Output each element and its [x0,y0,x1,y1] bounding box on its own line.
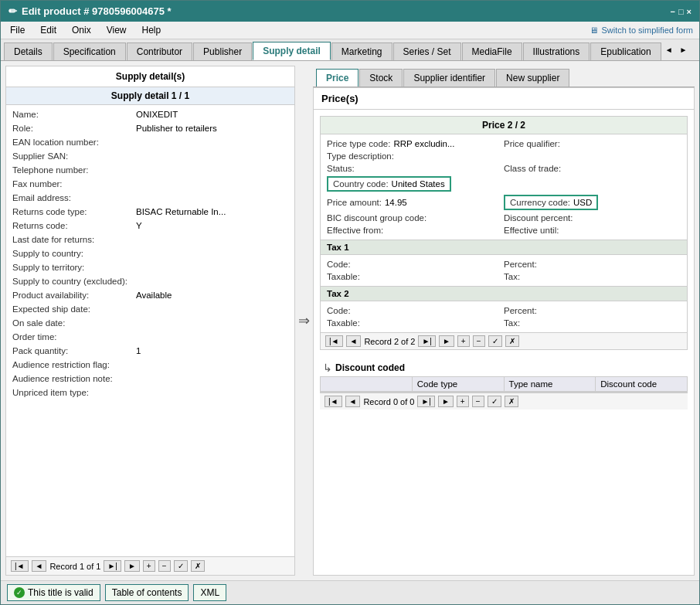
tax2-field-percent: Percent: [504,306,681,315]
field-label-audience-restriction-flag: Audience restriction flag: [12,360,136,369]
tax2-fields: Code: Percent: Taxable: [321,301,687,332]
price-row-effective: Effective from: Effective until: [327,224,681,236]
field-label-unpriced-item-type: Unpriced item type: [12,388,136,397]
label-tax1-taxable: Taxable: [327,272,360,281]
switch-simplified-button[interactable]: 🖥 Switch to simplified form [590,25,693,35]
title-bar: ✏ Edit product # 9780596004675 * − □ × [1,1,699,22]
minimize-button[interactable]: − [670,7,675,16]
nav-add-button[interactable]: + [143,560,155,572]
valid-title-button[interactable]: ✓ This title is valid [7,584,100,601]
discount-title: Discount coded [335,362,405,373]
tab-epublication[interactable]: Epublication [590,42,661,60]
menu-view[interactable]: View [104,23,130,37]
menu-file[interactable]: File [7,23,28,37]
field-label-returns-code-type: Returns code type: [12,207,136,216]
tab-marketing[interactable]: Marketing [331,42,392,60]
tab-supplier-identifier[interactable]: Supplier identifier [403,69,495,87]
field-label-returns-code: Returns code: [12,221,136,230]
tab-nav-prev[interactable]: ◄ [662,44,676,56]
nav-cancel-button[interactable]: ✗ [191,560,205,572]
tab-stock[interactable]: Stock [359,69,403,87]
price-field-qualifier: Price qualifier: [504,139,681,148]
price-nav-next[interactable]: ► [439,335,454,347]
price-nav-remove[interactable]: − [473,335,485,347]
price-nav-confirm[interactable]: ✓ [488,335,502,347]
label-price-amount: Price amount: [327,198,382,207]
price-nav-add[interactable]: + [457,335,470,347]
nav-prev-button[interactable]: ◄ [32,560,47,572]
price-card-header: Price 2 / 2 [321,117,687,134]
toc-label: Table of contents [112,587,182,598]
field-label-fax: Fax number: [12,179,136,189]
nav-first-button[interactable]: |◄ [11,560,29,572]
valid-icon: ✓ [14,587,25,598]
price-field-currency-code: Currency code: USD [504,195,681,210]
discount-col-code-type: Code type [413,377,505,391]
discount-nav-prev[interactable]: ◄ [345,396,361,407]
field-value-name: ONIXEDIT [136,110,288,119]
tax2-field-code: Code: [327,306,504,315]
tax2-divider: Tax 2 [321,286,687,301]
nav-confirm-button[interactable]: ✓ [174,560,188,572]
price-field-effective-until: Effective until: [504,226,681,235]
close-button[interactable]: × [687,7,692,16]
field-returns-code: Returns code: Y [6,219,294,233]
price-nav-first[interactable]: |◄ [325,335,343,347]
price-field-bic-discount: BIC discount group code: [327,213,504,223]
discount-col-num [321,377,413,391]
maximize-button[interactable]: □ [678,7,684,16]
value-currency-code: USD [573,198,592,207]
table-of-contents-button[interactable]: Table of contents [105,584,189,601]
menu-edit[interactable]: Edit [37,23,59,37]
label-tax2-tax: Tax: [504,318,520,328]
tab-publisher[interactable]: Publisher [193,42,252,60]
xml-button[interactable]: XML [193,584,226,601]
tax1-field-percent: Percent: [504,260,681,269]
record-text: Record 1 of 1 [49,562,100,571]
tab-specification[interactable]: Specification [53,42,126,60]
right-panel: Price Stock Supplier identifier New supp… [313,66,695,576]
price-nav-prev[interactable]: ◄ [346,335,362,347]
currency-code-highlighted[interactable]: Currency code: USD [504,195,598,210]
tab-price[interactable]: Price [316,69,358,87]
label-tax1-percent: Percent: [504,260,537,269]
price-row-amount: Price amount: 14.95 Currency code: USD [327,193,681,212]
label-discount-percent: Discount percent: [504,213,573,223]
field-supplier-san: Supplier SAN: [6,150,294,164]
discount-nav-add[interactable]: + [457,396,469,407]
tab-mediafile[interactable]: MediaFile [462,42,522,60]
discount-nav-next-last[interactable]: ►| [417,396,435,407]
tab-illustrations[interactable]: Illustrations [523,42,590,60]
discount-nav-next[interactable]: ► [438,396,454,407]
discount-header: ↳ Discount coded [320,359,688,376]
discount-nav-cancel[interactable]: ✗ [505,396,518,407]
menu-onix[interactable]: Onix [69,23,94,37]
price-nav-next-last[interactable]: ►| [418,335,436,347]
menu-help[interactable]: Help [139,23,165,37]
tab-contributor[interactable]: Contributor [127,42,192,60]
tab-series-set[interactable]: Series / Set [393,42,461,60]
tab-supply-detail[interactable]: Supply detail [253,42,331,60]
discount-nav-remove[interactable]: − [472,396,484,407]
tax2-field-tax: Tax: [504,318,681,328]
label-tax2-taxable: Taxable: [327,318,360,328]
discount-nav-first[interactable]: |◄ [325,396,342,407]
price-fields: Price type code: RRP excludin... Price q… [321,134,687,240]
tab-nav-next[interactable]: ► [677,44,691,56]
price-nav-cancel[interactable]: ✗ [505,335,519,347]
field-returns-code-type: Returns code type: BISAC Returnable In..… [6,206,294,219]
country-code-highlighted[interactable]: Country code: United States [327,176,451,192]
field-label-supply-country-excluded: Supply to country (excluded): [12,277,136,286]
tax1-row-taxable: Taxable: Tax: [327,270,681,283]
nav-next-button[interactable]: ► [124,560,140,572]
nav-next-last-button[interactable]: ►| [104,560,121,572]
xml-label: XML [200,587,219,598]
left-panel-footer: |◄ ◄ Record 1 of 1 ►| ► + − ✓ ✗ [6,556,294,575]
discount-nav-confirm[interactable]: ✓ [488,396,501,407]
tab-new-supplier[interactable]: New supplier [496,69,569,87]
field-label-email: Email address: [12,193,136,202]
price-field-status: Status: [327,164,504,173]
tab-details[interactable]: Details [4,42,53,60]
field-audience-restriction-note: Audience restriction note: [6,372,294,386]
nav-remove-button[interactable]: − [158,560,171,572]
